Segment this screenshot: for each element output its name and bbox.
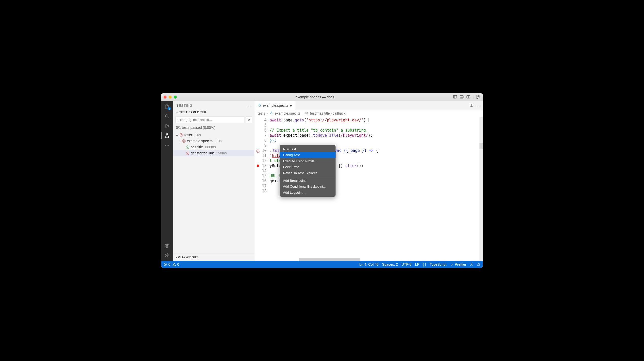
customize-layout-icon[interactable] bbox=[476, 95, 481, 99]
titlebar: example.spec.ts — docs bbox=[161, 93, 483, 101]
status-fail-icon: ✕ bbox=[182, 139, 186, 143]
layout-sidebar-right-icon[interactable] bbox=[466, 95, 470, 99]
explorer-badge: 1 bbox=[168, 107, 171, 110]
window-close-button[interactable] bbox=[164, 96, 167, 99]
svg-point-16 bbox=[167, 145, 168, 146]
minimap[interactable] bbox=[480, 117, 483, 261]
status-language[interactable]: TypeScript bbox=[430, 262, 446, 266]
svg-rect-4 bbox=[467, 95, 470, 98]
svg-point-13 bbox=[165, 127, 166, 128]
tree-label: get started link bbox=[191, 151, 214, 155]
chevron-down-icon: ⌄ bbox=[176, 111, 178, 114]
status-encoding[interactable]: UTF-8 bbox=[401, 262, 412, 266]
activity-search[interactable] bbox=[164, 113, 170, 119]
test-explorer-header[interactable]: ⌄ TEST EXPLORER bbox=[173, 110, 255, 115]
chevron-right-icon: › bbox=[302, 111, 303, 115]
section-label: PLAYWRIGHT bbox=[178, 256, 198, 259]
svg-line-11 bbox=[168, 117, 169, 118]
window-minimize-button[interactable] bbox=[169, 96, 172, 99]
separator bbox=[473, 95, 473, 99]
svg-point-20 bbox=[166, 255, 168, 256]
sidebar-more-icon[interactable]: ··· bbox=[247, 103, 251, 108]
status-bell-icon[interactable] bbox=[477, 263, 481, 266]
activity-accounts[interactable] bbox=[164, 243, 170, 249]
chevron-right-icon: › bbox=[267, 111, 268, 115]
tree-duration: 1.0s bbox=[215, 139, 222, 143]
fold-chevron-icon[interactable]: ⌄ bbox=[270, 148, 273, 153]
svg-point-10 bbox=[165, 115, 168, 117]
tree-duration: 150ms bbox=[216, 151, 227, 155]
layout-sidebar-left-icon[interactable] bbox=[453, 95, 457, 99]
status-spaces[interactable]: Spaces: 2 bbox=[382, 262, 398, 266]
svg-point-15 bbox=[165, 145, 166, 146]
svg-point-28 bbox=[471, 263, 472, 264]
chevron-down-icon: ⌄ bbox=[178, 139, 181, 143]
tree-label: example.spec.ts bbox=[187, 139, 213, 143]
horizontal-scrollbar[interactable] bbox=[299, 258, 360, 261]
vscode-window: example.spec.ts — docs 1 bbox=[161, 93, 483, 268]
code-editor[interactable]: ✕ 4 5 6 7 8 9 10 11 12 13 14 1 bbox=[255, 117, 483, 261]
test-tree: ⌄ ✕ tests 1.0s ⌄ ✕ example.spec.ts 1.0s … bbox=[173, 131, 255, 157]
tree-root[interactable]: ⌄ ✕ tests 1.0s bbox=[173, 132, 255, 138]
status-warnings[interactable]: 0 bbox=[172, 262, 179, 266]
activity-source-control[interactable] bbox=[164, 123, 170, 129]
menu-add-conditional-breakpoint[interactable]: Add Conditional Breakpoint… bbox=[280, 184, 336, 190]
breakpoint-icon[interactable] bbox=[257, 165, 259, 167]
symbol-icon bbox=[305, 111, 308, 115]
breadcrumb-item[interactable]: test('has title') callback bbox=[310, 111, 346, 115]
menu-run-test[interactable]: Run Test bbox=[280, 146, 336, 152]
svg-point-9 bbox=[479, 98, 479, 98]
chevron-down-icon: ⌄ bbox=[176, 133, 178, 137]
menu-execute-profile[interactable]: Execute Using Profile… bbox=[280, 158, 336, 164]
flask-icon bbox=[258, 103, 261, 108]
status-pass-icon: ✓ bbox=[186, 146, 190, 149]
status-eol[interactable]: LF bbox=[415, 262, 419, 266]
activity-settings[interactable] bbox=[164, 252, 170, 258]
svg-rect-6 bbox=[477, 95, 478, 97]
menu-add-logpoint[interactable]: Add Logpoint… bbox=[280, 190, 336, 196]
status-braces-icon[interactable]: { } bbox=[423, 262, 426, 266]
tree-file[interactable]: ⌄ ✕ example.spec.ts 1.0s bbox=[173, 138, 255, 144]
tree-test-get-started-link[interactable]: ✕ get started link 150ms bbox=[173, 150, 255, 156]
editor-area: example.spec.ts ··· tests › example.spec… bbox=[255, 101, 483, 261]
test-pass-summary: 0/1 tests passed (0.00%) bbox=[173, 124, 255, 131]
status-line-col[interactable]: Ln 4, Col 46 bbox=[359, 262, 379, 266]
split-editor-icon[interactable] bbox=[469, 103, 473, 108]
menu-add-breakpoint[interactable]: Add Breakpoint bbox=[280, 178, 336, 184]
gutter-fail-icon[interactable]: ✕ bbox=[257, 148, 260, 153]
svg-point-27 bbox=[174, 265, 174, 265]
playwright-section-header[interactable]: › PLAYWRIGHT bbox=[173, 254, 255, 261]
layout-panel-bottom-icon[interactable] bbox=[460, 95, 464, 99]
chevron-right-icon: › bbox=[176, 256, 177, 259]
code-content[interactable]: await page.goto('https://playwright.dev/… bbox=[268, 117, 483, 261]
activity-explorer[interactable]: 1 bbox=[164, 104, 170, 110]
text-cursor bbox=[368, 118, 368, 122]
status-fail-icon: ✕ bbox=[186, 152, 190, 155]
window-maximize-button[interactable] bbox=[174, 96, 177, 99]
sidebar-title: TESTING bbox=[177, 104, 193, 108]
test-filter-input[interactable]: Filter (e.g. text, !exclu… bbox=[176, 116, 245, 123]
svg-rect-8 bbox=[477, 97, 478, 98]
menu-peek-error[interactable]: Peek Error bbox=[280, 164, 336, 170]
activity-more[interactable] bbox=[164, 142, 170, 148]
breadcrumbs[interactable]: tests › example.spec.ts › test('has titl… bbox=[255, 110, 483, 117]
svg-point-19 bbox=[166, 244, 168, 246]
status-errors[interactable]: 0 bbox=[164, 262, 171, 266]
menu-debug-test[interactable]: Debug Test bbox=[280, 152, 336, 158]
filter-icon[interactable] bbox=[246, 116, 252, 123]
tab-example-spec[interactable]: example.spec.ts bbox=[255, 101, 296, 110]
breadcrumb-item[interactable]: example.spec.ts bbox=[275, 111, 300, 115]
status-feedback-icon[interactable] bbox=[470, 263, 473, 266]
status-prettier[interactable]: Prettier bbox=[450, 262, 466, 266]
menu-reveal-explorer[interactable]: Reveal in Test Explorer bbox=[280, 170, 336, 176]
tree-test-has-title[interactable]: ✓ has title 866ms bbox=[173, 144, 255, 150]
dirty-indicator-icon bbox=[290, 105, 292, 106]
status-bar: 0 0 Ln 4, Col 46 Spaces: 2 UTF-8 LF { } … bbox=[161, 261, 483, 268]
activity-testing[interactable] bbox=[164, 133, 170, 139]
breadcrumb-item[interactable]: tests bbox=[258, 111, 265, 115]
section-label: TEST EXPLORER bbox=[179, 111, 207, 114]
svg-point-17 bbox=[168, 145, 169, 146]
editor-more-icon[interactable]: ··· bbox=[476, 103, 480, 108]
tab-label: example.spec.ts bbox=[263, 103, 289, 107]
svg-rect-7 bbox=[479, 95, 480, 97]
